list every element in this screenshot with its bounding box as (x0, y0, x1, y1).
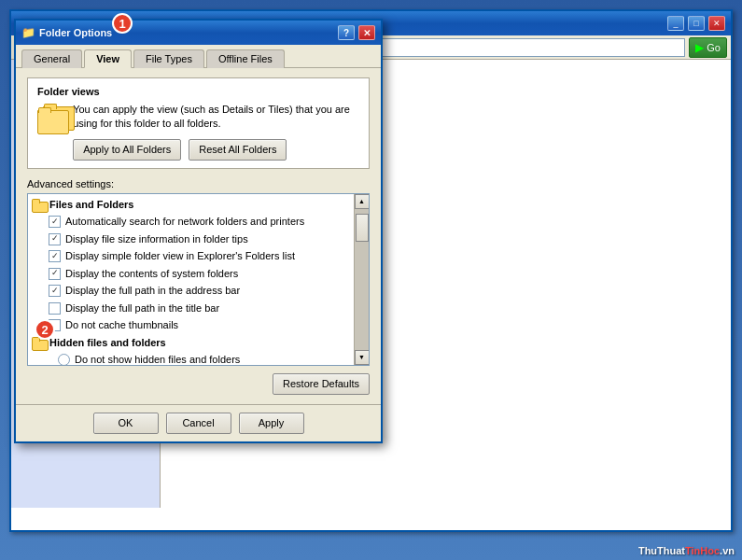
settings-list: Files and Folders Automatically search f… (28, 194, 369, 365)
fv-buttons: Apply to All Folders Reset All Folders (73, 139, 359, 161)
checkbox-full-path-address[interactable] (49, 285, 61, 297)
maximize-button[interactable]: □ (688, 16, 705, 31)
settings-item[interactable]: Do not cache thumbnails (30, 316, 354, 334)
step-badge-2: 2 (35, 319, 55, 340)
restore-btn-row: Restore Defaults (27, 373, 370, 395)
settings-scrollbar: ▲ ▼ (354, 194, 369, 365)
settings-item[interactable]: Automatically search for network folders… (30, 213, 354, 231)
reset-all-folders-button[interactable]: Reset All Folders (189, 139, 287, 161)
go-button[interactable]: ▶ Go (689, 37, 727, 58)
watermark-text2: TinHoc (685, 545, 720, 556)
tab-file-types[interactable]: File Types (133, 49, 204, 68)
settings-item[interactable]: Display simple folder view in Explorer's… (30, 247, 354, 265)
settings-list-container: Files and Folders Automatically search f… (27, 193, 370, 366)
minimize-button[interactable]: _ (667, 16, 684, 31)
fv-right: You can apply the view (such as Details … (73, 103, 359, 161)
step-badge-1: 1 (112, 13, 133, 34)
settings-item[interactable]: Display the full path in the address bar (30, 282, 354, 300)
checkbox-system-folders[interactable] (49, 268, 61, 280)
folder-options-dialog: 📁 Folder Options ? ✕ General View File T… (14, 19, 383, 443)
tab-view[interactable]: View (84, 49, 132, 68)
checkbox-simple-folder[interactable] (49, 250, 61, 262)
folder-small-icon (32, 199, 47, 211)
scroll-down-button[interactable]: ▼ (355, 350, 370, 365)
watermark-text1: ThuThuat (638, 545, 685, 556)
restore-defaults-button[interactable]: Restore Defaults (273, 373, 370, 395)
settings-item[interactable]: Do not show hidden files and folders (30, 351, 354, 365)
apply-to-all-folders-button[interactable]: Apply to All Folders (73, 139, 181, 161)
dialog-content: Folder views You can apply the view (suc… (16, 68, 381, 404)
folder-front (37, 110, 69, 134)
tab-bar: General View File Types Offline Files (16, 45, 381, 68)
close-button[interactable]: ✕ (708, 16, 725, 31)
checkbox-auto-search[interactable] (49, 216, 61, 228)
checkbox-full-path-title[interactable] (49, 302, 61, 315)
ok-button[interactable]: OK (93, 413, 159, 434)
go-label: Go (707, 42, 721, 53)
settings-item[interactable]: Display file size information in folder … (30, 231, 354, 248)
checkbox-file-size[interactable] (49, 233, 61, 245)
watermark: ThuThuatTinHoc.vn (638, 545, 735, 556)
scroll-track (355, 209, 370, 350)
settings-group-hidden: Hidden files and folders (30, 334, 354, 352)
dialog-title: Folder Options (39, 27, 334, 38)
tab-general[interactable]: General (21, 49, 82, 68)
dialog-titlebar: 📁 Folder Options ? ✕ (16, 21, 381, 45)
dialog-icon: 📁 (21, 26, 35, 39)
fv-description: You can apply the view (such as Details … (73, 103, 359, 132)
radio-no-hidden[interactable] (58, 354, 70, 365)
watermark-text3: .vn (720, 545, 735, 556)
settings-item[interactable]: Display the full path in the title bar (30, 300, 354, 317)
settings-item[interactable]: Display the contents of system folders (30, 265, 354, 283)
cancel-button[interactable]: Cancel (166, 413, 231, 434)
folder-views-inner: You can apply the view (such as Details … (37, 103, 359, 161)
settings-group-files-folders: Files and Folders (30, 196, 354, 214)
folder-stack-icon (37, 103, 63, 136)
scroll-thumb[interactable] (356, 214, 369, 242)
dialog-bottom-buttons: OK Cancel Apply (16, 404, 381, 441)
advanced-settings-label: Advanced settings: (27, 178, 370, 189)
tab-offline-files[interactable]: Offline Files (206, 49, 285, 68)
help-button[interactable]: ? (338, 25, 355, 40)
go-arrow-icon: ▶ (695, 41, 704, 54)
desktop: 🖥 My Computer _ □ ✕ Address ▶ Go Adminis… (0, 0, 742, 560)
scroll-up-button[interactable]: ▲ (355, 194, 370, 209)
folder-views-box: Folder views You can apply the view (suc… (27, 77, 370, 169)
dialog-close-button[interactable]: ✕ (358, 25, 375, 40)
folder-views-title: Folder views (37, 86, 359, 97)
apply-button[interactable]: Apply (239, 413, 304, 434)
